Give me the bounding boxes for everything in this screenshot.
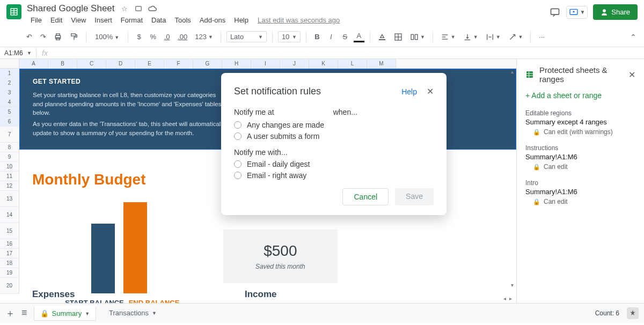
explore-icon[interactable]	[627, 307, 639, 319]
name-box[interactable]: A1:M6▼	[0, 48, 36, 58]
number-format[interactable]: 123▼	[193, 31, 215, 43]
menu-tools[interactable]: Tools	[171, 15, 194, 25]
row-7[interactable]: 7	[0, 127, 19, 143]
col-K[interactable]: K	[309, 59, 338, 68]
row-12[interactable]: 12	[0, 181, 19, 191]
row-9[interactable]: 9	[0, 152, 19, 162]
share-button[interactable]: Share	[593, 4, 638, 20]
add-sheet-icon[interactable]: ＋	[5, 307, 15, 320]
chevron-down-icon[interactable]: ▼	[152, 311, 157, 316]
borders-icon[interactable]	[392, 31, 405, 43]
dec-increase[interactable]: .00	[175, 31, 189, 43]
halign-icon[interactable]: ▼	[438, 31, 458, 43]
col-A[interactable]: A	[19, 59, 48, 68]
redo-icon[interactable]: ↷	[38, 31, 48, 43]
toolbar-more[interactable]: ···	[536, 31, 547, 43]
close-icon[interactable]: ✕	[628, 70, 635, 80]
opt-form-submit[interactable]: A user submits a form	[234, 132, 434, 141]
font-size-select[interactable]: 10▼	[278, 31, 301, 42]
menu-file[interactable]: File	[27, 15, 46, 25]
menu-insert[interactable]: Insert	[91, 15, 116, 25]
wrap-icon[interactable]: ▼	[484, 31, 503, 43]
row-17[interactable]: 17	[0, 249, 19, 258]
menu-data[interactable]: Data	[148, 15, 170, 25]
row-10[interactable]: 10	[0, 162, 19, 172]
zoom-select[interactable]: 100%▼	[92, 32, 122, 42]
col-B[interactable]: B	[48, 59, 77, 68]
move-icon[interactable]	[134, 4, 143, 13]
row-14[interactable]: 14	[0, 207, 19, 223]
cloud-icon[interactable]	[148, 4, 157, 13]
col-I[interactable]: I	[251, 59, 280, 68]
paint-format-icon[interactable]	[68, 31, 80, 43]
scroll-right-icon[interactable]: ▸	[509, 296, 512, 301]
menu-view[interactable]: View	[67, 15, 90, 25]
format-currency[interactable]: $	[134, 31, 144, 43]
range-name-0[interactable]: Summary except 4 ranges	[525, 118, 635, 126]
tab-transactions[interactable]: Transactions ▼	[103, 306, 163, 320]
vertical-scrollbar[interactable]: ▴ ▾	[511, 69, 515, 288]
rotate-icon[interactable]: ▼	[506, 31, 525, 43]
row-4[interactable]: 4	[0, 98, 19, 107]
select-all-corner[interactable]	[0, 59, 19, 68]
col-J[interactable]: J	[280, 59, 309, 68]
row-19[interactable]: 19	[0, 268, 19, 278]
row-11[interactable]: 11	[0, 172, 19, 181]
bold-button[interactable]: B	[312, 31, 323, 43]
chevron-down-icon[interactable]: ▼	[85, 311, 90, 316]
last-edit[interactable]: Last edit was seconds ago	[258, 16, 340, 24]
font-select[interactable]: Lato▼	[226, 31, 267, 42]
text-color-button[interactable]: A	[354, 31, 364, 42]
col-D[interactable]: D	[106, 59, 135, 68]
menu-help[interactable]: Help	[230, 15, 252, 25]
col-H[interactable]: H	[222, 59, 251, 68]
opt-any-changes[interactable]: Any changes are made	[234, 121, 434, 129]
row-16[interactable]: 16	[0, 239, 19, 249]
comments-icon[interactable]	[549, 6, 561, 18]
row-3[interactable]: 3	[0, 88, 19, 98]
row-18[interactable]: 18	[0, 258, 19, 268]
fill-color-icon[interactable]	[376, 31, 389, 43]
row-6[interactable]: 6	[0, 117, 19, 127]
dec-decrease[interactable]: .0	[162, 31, 172, 43]
range-name-2[interactable]: Summary!A1:M6	[525, 188, 635, 196]
present-button[interactable]: ▼	[566, 6, 588, 19]
col-C[interactable]: C	[77, 59, 106, 68]
opt-email-digest[interactable]: Email - daily digest	[234, 160, 434, 168]
row-20[interactable]: 20	[0, 278, 19, 294]
dialog-help-link[interactable]: Help	[401, 87, 417, 96]
menu-addons[interactable]: Add-ons	[196, 15, 229, 25]
valign-icon[interactable]: ▼	[461, 31, 480, 43]
col-E[interactable]: E	[135, 59, 164, 68]
horizontal-scroll-nav[interactable]: ◂ ▸	[503, 293, 516, 303]
strike-button[interactable]: S	[340, 31, 350, 43]
print-icon[interactable]	[52, 31, 64, 43]
format-percent[interactable]: %	[148, 31, 158, 43]
col-F[interactable]: F	[164, 59, 193, 68]
col-G[interactable]: G	[193, 59, 222, 68]
merge-icon[interactable]: ▼	[408, 31, 427, 43]
scroll-down-icon[interactable]: ▾	[511, 282, 514, 288]
opt-email-right-away[interactable]: Email - right away	[234, 171, 434, 180]
doc-title[interactable]: Shared Google Sheet	[27, 3, 115, 14]
scroll-up-icon[interactable]: ▴	[511, 69, 514, 75]
star-icon[interactable]: ☆	[120, 4, 129, 13]
italic-button[interactable]: I	[326, 31, 336, 43]
close-icon[interactable]: ✕	[427, 86, 434, 97]
row-15[interactable]: 15	[0, 223, 19, 239]
menu-format[interactable]: Format	[117, 15, 147, 25]
cancel-button[interactable]: Cancel	[342, 188, 389, 205]
range-name-1[interactable]: Summary!A1:M6	[525, 153, 635, 161]
toolbar-collapse-icon[interactable]: ⌃	[628, 31, 639, 43]
row-8[interactable]: 8	[0, 143, 19, 152]
undo-icon[interactable]: ↶	[24, 31, 34, 43]
tab-summary[interactable]: 🔒 Summary ▼	[34, 305, 97, 321]
row-13[interactable]: 13	[0, 191, 19, 207]
row-2[interactable]: 2	[0, 78, 19, 88]
row-1[interactable]: 1	[0, 69, 19, 78]
all-sheets-icon[interactable]: ≡	[21, 307, 27, 319]
col-M[interactable]: M	[367, 59, 396, 68]
col-L[interactable]: L	[338, 59, 367, 68]
row-5[interactable]: 5	[0, 107, 19, 117]
menu-edit[interactable]: Edit	[47, 15, 66, 25]
